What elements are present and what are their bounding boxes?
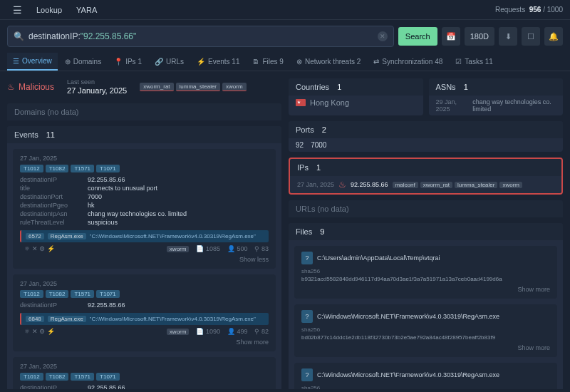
process-bar[interactable]: 6572RegAsm.exe"C:\Windows\Microsoft.NET\… bbox=[20, 230, 269, 242]
tab-domains[interactable]: ⊕Domains bbox=[59, 53, 107, 71]
tab-urls[interactable]: 🔗URLs bbox=[149, 53, 190, 71]
show-toggle[interactable]: Show more bbox=[20, 339, 269, 346]
events-header[interactable]: Events 11 bbox=[7, 126, 281, 143]
tab-overview[interactable]: ☰Overview bbox=[7, 53, 58, 71]
tab-files[interactable]: 🗎Files 9 bbox=[247, 53, 289, 71]
verdict-row: ♨Malicious Last seen 27 January, 2025 xw… bbox=[7, 78, 281, 95]
search-input[interactable]: 🔍 destinationIP:"92.255.85.66" ✕ bbox=[7, 26, 394, 47]
ip-row[interactable]: 27 Jan, 2025 ♨ 92.255.85.66 malconfxworm… bbox=[290, 176, 561, 193]
search-button[interactable]: Search bbox=[398, 27, 437, 46]
file-path[interactable]: C:\Users\admin\AppData\Local\Temp\vtqrai bbox=[317, 254, 440, 262]
fire-icon: ♨ bbox=[7, 82, 15, 92]
ports-panel: Ports 2 927000 bbox=[289, 121, 563, 152]
tab-icon: ☑ bbox=[455, 58, 462, 66]
file-card: ?C:\Windows\Microsoft.NET\Framework\v4.0… bbox=[294, 304, 557, 357]
tab-icon: ⊗ bbox=[296, 58, 302, 66]
fire-icon: ♨ bbox=[338, 180, 346, 190]
tab-icon: ☰ bbox=[13, 57, 19, 65]
events-panel: Events 11 27 Jan, 2025T1012T1082T1571T10… bbox=[7, 126, 281, 389]
file-path[interactable]: C:\Windows\Microsoft.NET\Framework\v4.0.… bbox=[317, 313, 499, 320]
technique-tag[interactable]: T1071 bbox=[96, 165, 120, 172]
process-bar[interactable]: 6848RegAsm.exe"C:\Windows\Microsoft.NET\… bbox=[20, 313, 269, 325]
tab-icon: 🔗 bbox=[155, 58, 163, 66]
clear-icon[interactable]: ✕ bbox=[378, 31, 388, 41]
tag[interactable]: lumma_stealer bbox=[176, 83, 220, 91]
countries-header[interactable]: Countries 1 bbox=[289, 78, 423, 96]
urls-header[interactable]: URLs (no data) bbox=[289, 200, 563, 217]
file-icon: ? bbox=[301, 310, 313, 323]
tab-network[interactable]: ⊗Network threats 2 bbox=[291, 53, 366, 71]
port-list: 927000 bbox=[289, 138, 563, 152]
asns-header[interactable]: ASNs 1 bbox=[429, 78, 564, 96]
tab-synchronization[interactable]: ⇄Synchronization 48 bbox=[368, 53, 448, 71]
technique-tag[interactable]: T1012 bbox=[20, 290, 43, 298]
bell-icon[interactable]: 🔔 bbox=[544, 27, 563, 46]
file-path[interactable]: C:\Windows\Microsoft.NET\Framework\v4.0.… bbox=[317, 371, 499, 378]
bookmark-icon[interactable]: ☐ bbox=[522, 27, 540, 46]
tab-ips[interactable]: 📍IPs 1 bbox=[108, 53, 147, 71]
technique-tag[interactable]: T1082 bbox=[46, 373, 69, 381]
download-icon[interactable]: ⬇ bbox=[499, 27, 517, 46]
country-row[interactable]: Hong Kong bbox=[289, 96, 423, 110]
searchbar: 🔍 destinationIP:"92.255.85.66" ✕ Search … bbox=[7, 24, 563, 48]
files-header[interactable]: Files 9 bbox=[289, 223, 563, 240]
file-icon: ? bbox=[301, 252, 313, 264]
event-card: 27 Jan, 2025T1012T1082T1571T1071destinat… bbox=[13, 357, 276, 389]
flag-icon bbox=[296, 99, 306, 106]
ports-header[interactable]: Ports 2 bbox=[289, 121, 563, 138]
domains-header[interactable]: Domains (no data) bbox=[7, 103, 281, 120]
show-toggle[interactable]: Show less bbox=[20, 256, 269, 263]
tag[interactable]: xworm bbox=[222, 83, 247, 91]
event-date: 27 Jan, 2025 bbox=[20, 155, 269, 162]
tag[interactable]: xworm bbox=[499, 182, 522, 188]
menu-icon[interactable]: ☰ bbox=[7, 4, 28, 16]
requests-counter: Requests 956 / 1000 bbox=[495, 6, 563, 14]
tab-tasks[interactable]: ☑Tasks 11 bbox=[450, 53, 498, 71]
ips-panel: IPs 1 27 Jan, 2025 ♨ 92.255.85.66 malcon… bbox=[289, 158, 563, 195]
tag[interactable]: lumma_stealer bbox=[455, 182, 497, 188]
nav-yara[interactable]: YARA bbox=[71, 6, 103, 14]
hash-value[interactable]: b9321acd5582848dd946117d94aa70d3ae1f3a7a… bbox=[301, 276, 550, 282]
technique-tag[interactable]: T1082 bbox=[46, 290, 69, 298]
show-toggle[interactable]: Show more bbox=[301, 286, 550, 293]
technique-tag[interactable]: T1012 bbox=[20, 373, 43, 381]
tab-icon: ⊕ bbox=[65, 58, 71, 66]
file-card: ?C:\Users\admin\AppData\Local\Temp\vtqra… bbox=[294, 246, 557, 299]
countries-panel: Countries 1 Hong Kong bbox=[289, 78, 423, 115]
calendar-icon[interactable]: 📅 bbox=[442, 27, 460, 46]
technique-tag[interactable]: T1082 bbox=[46, 165, 69, 172]
asns-panel: ASNs 1 29 Jan, 2025chang way technologie… bbox=[429, 78, 564, 115]
nav-lookup[interactable]: Lookup bbox=[31, 6, 68, 14]
tab-icon: ⚡ bbox=[197, 58, 205, 66]
technique-tag[interactable]: T1071 bbox=[96, 373, 120, 381]
files-panel: Files 9 ?C:\Users\admin\AppData\Local\Te… bbox=[289, 223, 563, 389]
domains-panel: Domains (no data) bbox=[7, 103, 281, 120]
hash-value[interactable]: bd02b877c14ddc1e2db118f32730b73b2e5ae792… bbox=[301, 334, 550, 341]
tabs: ☰Overview⊕Domains📍IPs 1🔗URLs⚡Events 11🗎F… bbox=[0, 53, 570, 71]
tab-icon: 🗎 bbox=[252, 58, 259, 66]
technique-tag[interactable]: T1012 bbox=[20, 165, 43, 172]
last-seen: Last seen 27 January, 2025 bbox=[67, 78, 127, 95]
search-icon: 🔍 bbox=[14, 31, 24, 41]
tab-events[interactable]: ⚡Events 11 bbox=[191, 53, 245, 71]
event-date: 27 Jan, 2025 bbox=[20, 363, 269, 370]
tag[interactable]: malconf bbox=[393, 182, 418, 188]
ips-header[interactable]: IPs 1 bbox=[290, 159, 561, 176]
technique-tag[interactable]: T1071 bbox=[96, 290, 120, 298]
tag[interactable]: xworm_rat bbox=[140, 83, 173, 91]
topbar: ☰ Lookup YARA Requests 956 / 1000 bbox=[0, 0, 570, 20]
tag[interactable]: xworm_rat bbox=[420, 182, 452, 188]
file-icon: ? bbox=[301, 368, 313, 381]
show-toggle[interactable]: Show more bbox=[301, 344, 550, 351]
event-card: 27 Jan, 2025T1012T1082T1571T1071destinat… bbox=[13, 149, 276, 269]
technique-tag[interactable]: T1571 bbox=[71, 373, 94, 381]
asn-row[interactable]: 29 Jan, 2025chang way technologies co. l… bbox=[429, 96, 564, 115]
range-selector[interactable]: 180D bbox=[465, 27, 494, 46]
event-date: 27 Jan, 2025 bbox=[20, 280, 269, 287]
file-card: ?C:\Windows\Microsoft.NET\Framework\v4.0… bbox=[294, 363, 557, 389]
tab-icon: ⇄ bbox=[373, 58, 379, 66]
technique-tag[interactable]: T1571 bbox=[71, 165, 94, 172]
verdict-badge: ♨Malicious bbox=[7, 82, 54, 92]
event-card: 27 Jan, 2025T1012T1082T1571T1071destinat… bbox=[13, 274, 276, 351]
technique-tag[interactable]: T1571 bbox=[71, 290, 94, 298]
